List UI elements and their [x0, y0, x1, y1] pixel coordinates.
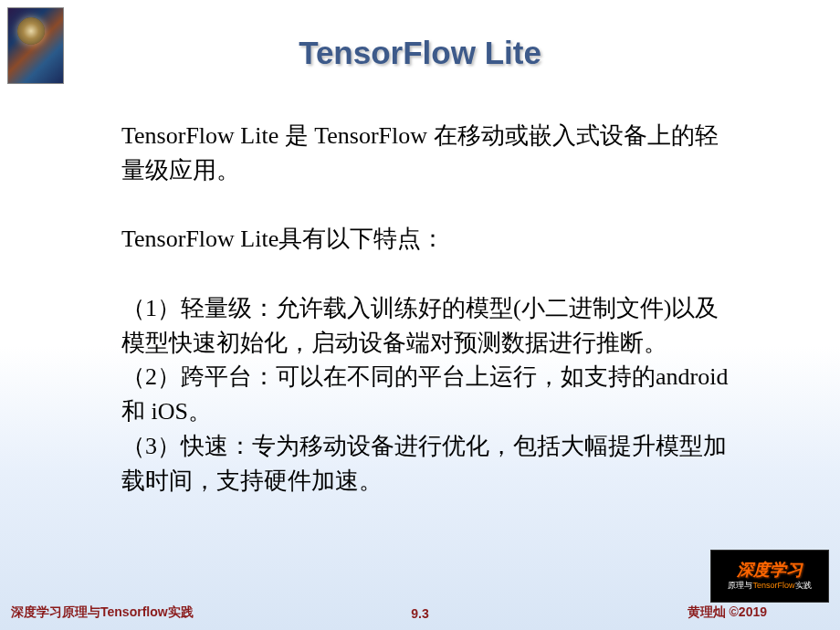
feature-item-1: （1）轻量级：允许载入训练好的模型(小二进制文件)以及模型快速初始化，启动设备端…: [121, 291, 729, 360]
feature-item-2: （2）跨平台：可以在不同的平台上运行，如支持的android和 iOS。: [121, 360, 729, 428]
intro-paragraph: TensorFlow Lite 是 TensorFlow 在移动或嵌入式设备上的…: [121, 119, 729, 187]
footer-copyright: 黄理灿 ©2019: [688, 604, 767, 621]
feature-item-3: （3）快速：专为移动设备进行优化，包括大幅提升模型加载时间，支持硬件加速。: [121, 429, 729, 498]
slide-title: TensorFlow Lite: [0, 35, 840, 71]
features-heading: TensorFlow Lite具有以下特点：: [121, 222, 729, 257]
book-title-main: 深度学习: [737, 562, 803, 578]
slide-content: TensorFlow Lite 是 TensorFlow 在移动或嵌入式设备上的…: [121, 119, 729, 498]
book-title-sub: 原理与TensorFlow实践: [728, 580, 811, 592]
book-cover-thumbnail: 深度学习 原理与TensorFlow实践: [710, 550, 829, 603]
